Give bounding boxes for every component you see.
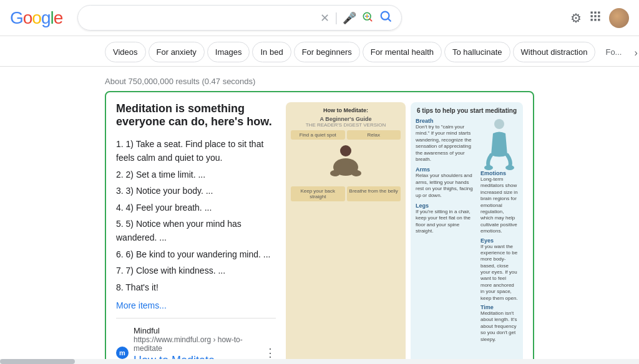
tab-to-hallucinate[interactable]: To hallucinate (444, 42, 510, 62)
snippet-text: Meditation is something everyone can do,… (116, 102, 276, 364)
card1-item: Breathe from the belly (347, 186, 401, 201)
tip-breath-label: Breath (416, 118, 478, 124)
tip-legs: Legs If you're sitting in a chair, keep … (416, 203, 478, 235)
list-item: 8. That's it! (116, 279, 276, 295)
tip-legs-label: Legs (416, 203, 478, 209)
list-item: 2. 2) Set a time limit. ... (116, 166, 276, 183)
logo-g: G (10, 8, 23, 28)
card1-title: How to Meditate: (323, 107, 368, 113)
list-item: 4. 4) Feel your breath. ... (116, 199, 276, 216)
card1-item: Relax (347, 130, 401, 140)
microphone-icon[interactable]: 🎤 (343, 11, 356, 25)
tips-right-labels: Emotions Long-term meditators show incre… (480, 170, 518, 343)
tab-for-beginners[interactable]: For beginners (294, 42, 360, 62)
tab-videos[interactable]: Videos (105, 42, 146, 62)
tip-arms-text: Relax your shoulders and arms, letting y… (416, 173, 478, 199)
tip-arms: Arms Relax your shoulders and arms, lett… (416, 166, 478, 199)
more-options-icon[interactable]: ⋮ (265, 346, 276, 360)
list-item: 7. 7) Close with kindness. ... (116, 262, 276, 279)
image-card-beginners: How to Meditate: A Beginner's Guide THE … (286, 102, 406, 364)
tip-legs-text: If you're sitting in a chair, keep your … (416, 209, 478, 235)
snippet-title: Meditation is something everyone can do,… (116, 102, 276, 128)
settings-icon[interactable]: ⚙ (570, 11, 582, 26)
source-url: https://www.mindful.org › how-to-meditat… (134, 335, 260, 353)
card1-note: THE READER'S DIGEST VERSION (306, 122, 386, 128)
tab-more-truncated[interactable]: Fo... (598, 42, 629, 62)
tips-title: 6 tips to help you start meditating (416, 107, 518, 114)
source-favicon: m (116, 347, 129, 359)
tip-breath: Breath Don't try to "calm your mind." If… (416, 118, 478, 163)
tab-for-anxiety[interactable]: For anxiety (149, 42, 205, 62)
tip-breath-text: Don't try to "calm your mind." If your m… (416, 124, 478, 163)
tips-list: Breath Don't try to "calm your mind." If… (416, 118, 478, 343)
tip-arms-label: Arms (416, 166, 478, 173)
snippet-list: 1. 1) Take a seat. Find place to sit tha… (116, 136, 276, 295)
tip-emotions-label: Emotions (480, 170, 518, 176)
featured-snippet: Meditation is something everyone can do,… (105, 91, 534, 364)
svg-rect-3 (594, 12, 596, 14)
svg-point-15 (494, 119, 504, 129)
header-right: ⚙ (570, 8, 629, 28)
svg-rect-8 (591, 19, 593, 21)
tab-for-mental-health[interactable]: For mental health (363, 42, 442, 62)
list-item: 1. 1) Take a seat. Find place to sit tha… (116, 136, 276, 166)
tab-in-bed[interactable]: In bed (252, 42, 291, 62)
tips-right: Emotions Long-term meditators show incre… (480, 118, 518, 343)
card1-item: Keep your back straight (291, 186, 345, 201)
scrollbar[interactable] (0, 359, 639, 364)
svg-point-16 (484, 165, 493, 170)
search-bar: how to meditate ✕ | 🎤 (77, 5, 402, 31)
tab-images[interactable]: Images (207, 42, 250, 62)
list-item: 5. 5) Notice when your mind has wandered… (116, 216, 276, 246)
tab-without-distraction[interactable]: Without distraction (513, 42, 596, 62)
main-content: About 750,000,000 results (0.47 seconds)… (0, 67, 639, 364)
source-info: Mindful https://www.mindful.org › how-to… (134, 326, 260, 364)
source-name: Mindful (134, 326, 260, 335)
tip-eyes-label: Eyes (480, 237, 518, 244)
source-row: m Mindful https://www.mindful.org › how-… (116, 318, 276, 364)
divider: | (334, 11, 338, 25)
svg-rect-10 (598, 19, 600, 21)
card1-grid2: Keep your back straight Breathe from the… (291, 186, 401, 201)
header: Google how to meditate ✕ | 🎤 ⚙ (0, 0, 639, 36)
tips-content: Breath Don't try to "calm your mind." If… (416, 118, 518, 343)
svg-point-17 (505, 165, 514, 170)
nav-next-icon[interactable]: › (632, 45, 639, 61)
tip-time-text: Meditation isn't about length. It's abou… (480, 310, 518, 343)
tips-figure-svg (484, 118, 515, 174)
lens-icon[interactable] (361, 11, 374, 26)
svg-point-11 (340, 145, 351, 156)
card1-subtitle: A Beginner's Guide (320, 116, 372, 122)
favicon-letter: m (119, 349, 125, 357)
nav-tabs: Videos For anxiety Images In bed For beg… (0, 36, 639, 67)
result-stats: About 750,000,000 results (0.47 seconds) (105, 72, 534, 91)
card1-item: Find a quiet spot (291, 130, 345, 140)
list-item: 6. 6) Be kind to your wandering mind. ..… (116, 246, 276, 262)
google-logo: Google (10, 8, 62, 28)
meditator-svg (329, 143, 363, 184)
logo-e: e (54, 8, 63, 28)
svg-rect-4 (598, 12, 600, 14)
card1-grid: Find a quiet spot Relax (291, 130, 401, 140)
tip-emotions-text: Long-term meditators show increased size… (480, 176, 518, 235)
avatar[interactable] (609, 8, 629, 28)
svg-rect-6 (594, 15, 596, 17)
image-card-tips: 6 tips to help you start meditating Brea… (411, 102, 523, 364)
search-input[interactable]: how to meditate (87, 12, 315, 24)
snippet-images: How to Meditate: A Beginner's Guide THE … (286, 102, 523, 364)
tip-eyes-text: If you want the experience to be more bo… (480, 244, 518, 302)
list-item: 3. 3) Notice your body. ... (116, 183, 276, 199)
tip-time-label: Time (480, 304, 518, 310)
more-items-link[interactable]: More items... (116, 300, 276, 310)
svg-rect-7 (598, 15, 600, 17)
logo-o1: o (23, 8, 32, 28)
svg-rect-2 (591, 12, 593, 14)
logo-g2: g (41, 8, 51, 28)
scrollbar-thumb[interactable] (0, 359, 75, 364)
svg-rect-5 (591, 15, 593, 17)
search-submit-icon[interactable] (379, 9, 393, 26)
svg-rect-9 (594, 19, 596, 21)
clear-icon[interactable]: ✕ (320, 11, 329, 25)
logo-o2: o (32, 8, 41, 28)
apps-icon[interactable] (589, 10, 602, 26)
